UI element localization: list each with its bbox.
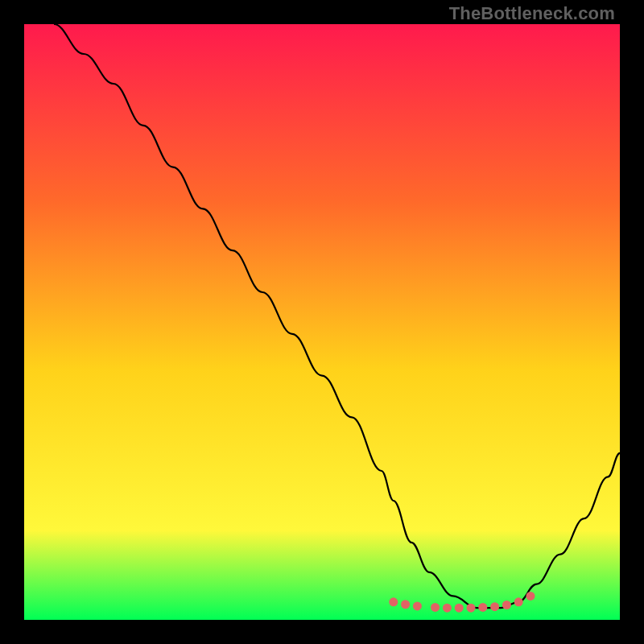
highlight-dot xyxy=(443,604,452,613)
highlight-dot xyxy=(467,604,476,613)
highlight-dot xyxy=(389,597,398,606)
highlight-dot xyxy=(455,604,464,613)
highlight-dot xyxy=(413,601,422,610)
watermark-text: TheBottleneck.com xyxy=(449,3,615,24)
highlight-dot xyxy=(478,603,487,612)
highlight-dot xyxy=(526,592,535,601)
chart-background xyxy=(24,24,620,620)
highlight-dot xyxy=(514,597,523,606)
bottleneck-chart xyxy=(24,24,620,620)
highlight-dot xyxy=(490,602,499,611)
highlight-dot xyxy=(401,600,410,609)
highlight-dot xyxy=(431,603,440,612)
chart-frame xyxy=(24,24,620,620)
highlight-dot xyxy=(502,601,511,609)
